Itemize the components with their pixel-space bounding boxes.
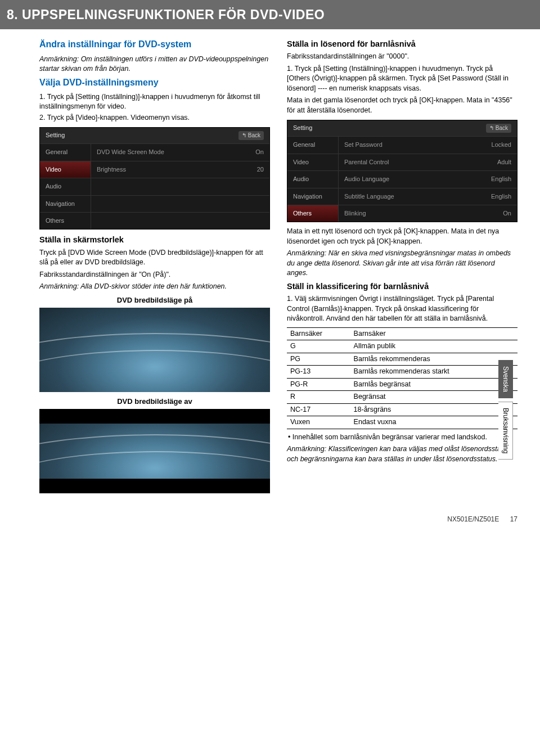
paragraph: Mata in det gamla lösenordet och tryck p… xyxy=(287,96,518,115)
table-row: BarnsäkerBarnsäker xyxy=(287,327,518,340)
widescreen-on-image xyxy=(39,308,270,392)
menu-side-item: Navigation xyxy=(40,195,91,212)
table-row: PGBarnlås rekommenderas xyxy=(287,353,518,366)
back-button: ↰ Back xyxy=(486,124,511,133)
widescreen-off-image xyxy=(39,409,270,493)
menu-side-item: Video xyxy=(40,161,91,178)
menu-cell: Audio LanguageEnglish xyxy=(338,170,517,187)
menu-cell: BlinkingOn xyxy=(338,205,517,222)
tab-manual: Bruksanvisning xyxy=(498,402,513,460)
rating-table: BarnsäkerBarnsäkerGAllmän publikPGBarnlå… xyxy=(287,327,518,429)
page-number: 17 xyxy=(510,515,518,523)
paragraph: Fabriksstandardinställningen är "On (På)… xyxy=(39,270,270,280)
caption: DVD bredbildsläge av xyxy=(39,397,270,407)
paragraph: Mata in ett nytt lösenord och tryck på [… xyxy=(287,227,518,246)
menu-side-item: Others xyxy=(287,205,338,222)
menu-side-item: Audio xyxy=(40,178,91,195)
step: 1. Tryck på [Setting (Inställning)]-knap… xyxy=(39,92,270,112)
menu-side-item: Navigation xyxy=(287,188,338,205)
heading: Välja DVD-inställningsmeny xyxy=(39,76,270,89)
table-row: NC-1718-årsgräns xyxy=(287,403,518,416)
heading: Ställa in lösenord för barnlåsnivå xyxy=(287,38,518,50)
right-column: Ställa in lösenord för barnlåsnivå Fabri… xyxy=(287,36,518,498)
table-row: GAllmän publik xyxy=(287,340,518,353)
paragraph: Fabriksstandardinställningen är "0000". xyxy=(287,52,518,62)
menu-cell: Set PasswordLocked xyxy=(338,136,517,153)
table-row: RBegränsat xyxy=(287,391,518,404)
menu-cell: DVD Wide Screen ModeOn xyxy=(91,143,269,160)
left-column: Ändra inställningar för DVD-system Anmär… xyxy=(39,36,270,498)
table-row: VuxenEndast vuxna xyxy=(287,416,518,429)
menu-side-item: Audio xyxy=(287,170,338,187)
bullet: • Innehållet som barnlåsnivån begränsar … xyxy=(287,433,518,443)
heading: Ändra inställningar för DVD-system xyxy=(39,38,270,51)
menu-cell xyxy=(91,195,269,212)
step: 1. Tryck på [Setting (Inställning)]-knap… xyxy=(287,64,518,94)
step: 1. Välj skärmvisningen Övrigt i inställn… xyxy=(287,294,518,324)
menu-side-item: Others xyxy=(40,212,91,229)
note: Anmärkning: Klassificeringen kan bara vä… xyxy=(287,444,518,464)
menu-side-item: General xyxy=(40,143,91,160)
tab-language: Svenska xyxy=(498,360,513,398)
caption: DVD bredbildsläge på xyxy=(39,295,270,305)
page-title: 8. UPPSPELNINGSFUNKTIONER FÖR DVD-VIDEO xyxy=(0,0,540,29)
paragraph: Tryck på [DVD Wide Screen Mode (DVD bred… xyxy=(39,248,270,268)
menu-cell xyxy=(91,178,269,195)
footer: NX501E/NZ501E 17 xyxy=(39,515,518,524)
menu-side-item: General xyxy=(287,136,338,153)
menu-cell: Subtitle LanguageEnglish xyxy=(338,188,517,205)
model-number: NX501E/NZ501E xyxy=(447,515,499,523)
settings-menu-screenshot: Setting ↰ Back GeneralDVD Wide Screen Mo… xyxy=(39,127,270,230)
note: Anmärkning: När en skiva med visningsbeg… xyxy=(287,249,518,278)
settings-menu-screenshot: Setting ↰ Back GeneralSet PasswordLocked… xyxy=(287,120,518,222)
menu-title: Setting xyxy=(46,131,65,140)
side-tabs: Svenska Bruksanvisning xyxy=(498,360,513,460)
table-row: PG-13Barnlås rekommenderas starkt xyxy=(287,366,518,379)
step: 2. Tryck på [Video]-knappen. Videomenyn … xyxy=(39,113,270,123)
heading: Ställa in skärmstorlek xyxy=(39,234,270,245)
table-row: PG-RBarnlås begränsat xyxy=(287,378,518,391)
note: Anmärkning: Om inställningen utförs i mi… xyxy=(39,55,270,74)
menu-title: Setting xyxy=(293,124,312,133)
menu-cell xyxy=(91,212,269,229)
note: Anmärkning: Alla DVD-skivor stöder inte … xyxy=(39,282,270,292)
menu-cell: Parental ControlAdult xyxy=(338,154,517,170)
menu-side-item: Video xyxy=(287,154,338,170)
heading: Ställ in klassificering för barnlåsnivå xyxy=(287,281,518,292)
menu-cell: Brightness20 xyxy=(91,161,269,178)
back-button: ↰ Back xyxy=(238,131,264,140)
